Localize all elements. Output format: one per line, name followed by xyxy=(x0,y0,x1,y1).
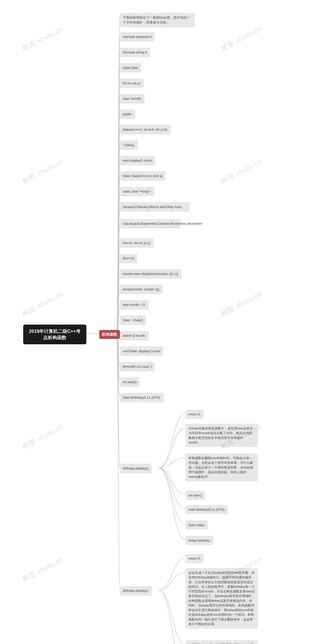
c1-node: Date::~Date() xyxy=(120,316,146,325)
node-text: birthday.display(); xyxy=(123,466,149,470)
node-text: return 0; xyxy=(188,412,200,416)
watermark: 树图 shutu.cn xyxy=(219,156,263,186)
connector-lines xyxy=(0,0,330,644)
watermark: 树图 shutu.cn xyxy=(21,289,65,319)
node-text: int main() xyxy=(123,380,137,384)
c2a-node: 析构函数在删除month指针时，可能会出现一些问题。当然从这个程序本身来看，没什… xyxy=(186,454,258,481)
node-text: void display() const; xyxy=(123,158,152,162)
c2a-node: return 0; xyxy=(186,410,203,419)
c2b-node: 这会生成一个名为today的空的Date型变量，并且把birthday值赋给它。… xyxy=(186,568,258,629)
c2b-node: 如果假设today是一个外部变量，而birthday是一个自变量。当birthd… xyxy=(186,640,258,644)
node-text: Date::~Date() xyxy=(123,318,143,322)
c1-node: mo=m; da=d; yr=y; xyxy=(120,238,154,248)
node-text: 析构函数在删除month指针时，可能会出现一些问题。当然从这个程序本身来看，没什… xyxy=(188,456,253,478)
node-text: Date birthday(8,11,1979); xyxy=(188,508,225,511)
node-text: 这会生成一个名为today的空的Date型变量，并且把birthday值赋给它。… xyxy=(188,571,255,626)
c1-node: Date(int m=0, int d=0, int y=0); xyxy=(120,125,171,134)
node-text: #include iostream.h xyxy=(123,35,152,39)
c1-node: static char *mos[] = xyxy=(120,187,154,196)
c1-node: int main() xyxy=(120,378,139,387)
watermark: 树图 shutu.cn xyxy=(219,24,263,53)
watermark: 树图 shutu.cn xyxy=(21,554,65,584)
watermark: 树图 shutu.cn xyxy=(219,289,263,319)
c1-node: delete [] month; xyxy=(120,331,149,340)
node-text: static char *mos[] = xyxy=(123,190,151,193)
node-text: July,August,September,October,November,D… xyxy=(123,222,202,226)
c1-node: public: xyxy=(120,110,135,119)
node-text: if(m!=0) xyxy=(123,256,134,260)
c1-node: if(m!=0) xyxy=(120,254,137,263)
node-text: int mo,da,yr; xyxy=(123,81,141,85)
node-text: int main() xyxy=(188,494,202,497)
c1-node: month=new char[strlen(mos[m-1])+1]; xyxy=(120,269,181,279)
node-text: void Date::display() const xyxy=(123,349,160,353)
c2a-node: today=birthday; xyxy=(186,536,213,545)
node-text: month=new char[strlen(mos[m-1])+1]; xyxy=(123,272,179,276)
node-text: birthday.display(); xyxy=(123,589,149,592)
watermark: 树图 shutu.cn xyxy=(21,24,65,53)
c1-node: class Date xyxy=(120,63,141,73)
c2a-node: Date birthday(8,11,1979); xyxy=(186,505,228,514)
c1-node: char *month; xyxy=(120,94,145,104)
node-text: char *month; xyxy=(123,97,142,100)
node-text: ~Date(); xyxy=(123,143,135,147)
root-node: 2019年计算机二级C++考点析构函数 xyxy=(23,324,86,344)
node-text: Date::Date(int m,int d,int y) xyxy=(123,174,163,178)
c1-node: birthday.display(); xyxy=(120,464,152,473)
c1-node: ~Date(); xyxy=(120,140,138,150)
c1-node: Date birthday(8,11,1979); xyxy=(120,393,164,402)
c1-node: void display() const; xyxy=(120,156,155,166)
c1-node: else month = 0; xyxy=(120,300,149,310)
watermark: 树图 shutu.cn xyxy=(21,422,65,451)
category-node: 析构函数 xyxy=(99,330,120,339)
node-text: public: xyxy=(123,112,132,116)
watermark: 树图 shutu.cn xyxy=(21,156,65,186)
c1-node: birthday.display(); xyxy=(120,586,152,596)
category-label: 析构函数 xyxy=(102,332,117,336)
node-text: Date birthday(8,11,1979); xyxy=(123,396,161,400)
c2a-node: Date today; xyxy=(186,520,208,530)
node-text: 下面的程序给出了一新的Date类，其中包括一个字符串指针，用来表示月份。 xyxy=(123,16,190,24)
node-text: Date(int m=0, int d=0, int y=0); xyxy=(123,128,168,132)
node-text: delete [] month; xyxy=(123,334,146,338)
c1-node: void Date::display() const xyxy=(120,346,163,356)
node-text: class Date xyxy=(123,66,138,70)
node-text: #include string.h xyxy=(123,50,147,54)
c1-node: if(month!=0) cout< } xyxy=(120,362,155,372)
c2a-node: 在Date对象的构造函数中，首先用new运算符为字符串month动态分配了内存，… xyxy=(186,424,258,447)
node-text: 在Date对象的构造函数中，首先用new运算符为字符串month动态分配了内存，… xyxy=(188,426,253,444)
node-text: mo=m; da=d; yr=y; xyxy=(123,241,151,245)
c1-node: #include string.h xyxy=(120,48,150,57)
c2a-node: int main() xyxy=(186,491,205,500)
node-text: 如果假设today是一个外部变量，而birthday是一个自变量。当birthd… xyxy=(188,643,255,644)
node-text: if(month!=0) cout< } xyxy=(123,365,152,368)
root-title: 2019年计算机二级C++考点析构函数 xyxy=(29,328,81,340)
c1-node: #include iostream.h xyxy=(120,32,155,42)
node-text: January,February,March,April,May,June, xyxy=(123,205,183,209)
c1-node: 下面的程序给出了一新的Date类，其中包括一个字符串指针，用来表示月份。 xyxy=(120,13,195,27)
c1-node: strcpy(month, mos[m-1]); xyxy=(120,285,163,294)
node-text: else month = 0; xyxy=(123,303,146,307)
c2b-node: return 0; xyxy=(186,554,203,563)
c1-node: July,August,September,October,November,D… xyxy=(120,219,180,228)
node-text: return 0; xyxy=(188,557,200,560)
c1-node: January,February,March,April,May,June, xyxy=(120,202,189,212)
node-text: today=birthday; xyxy=(188,539,211,542)
node-text: strcpy(month, mos[m-1]); xyxy=(123,287,160,291)
c1-node: int mo,da,yr; xyxy=(120,78,144,88)
node-text: Date today; xyxy=(188,523,205,527)
c1-node: Date::Date(int m,int d,int y) xyxy=(120,171,165,181)
mindmap-canvas: 2019年计算机二级C++考点析构函数 析构函数 下面的程序给出了一新的Date… xyxy=(0,0,330,644)
